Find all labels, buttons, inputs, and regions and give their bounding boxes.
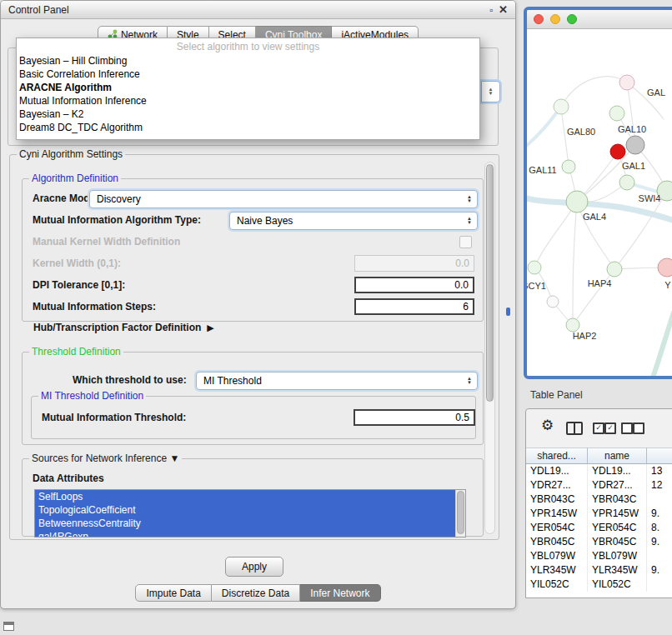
table-row[interactable]: YIL052CYIL052C [526,578,672,592]
float-window-icon[interactable]: ▫ [489,5,493,15]
table-cell[interactable]: YIL052C [526,578,588,592]
aracne-mode-combo[interactable]: Discovery ▲▼ [89,190,478,208]
data-attribute-item[interactable]: SelfLoops [35,490,455,503]
dpi-tolerance-field[interactable]: 0.0 [354,277,474,293]
close-traffic-light[interactable] [534,14,544,24]
tab-infer-network[interactable]: Infer Network [300,584,380,602]
table-cell[interactable]: YBL079W [526,549,588,563]
network-node[interactable] [626,136,644,154]
table-cell[interactable]: YLR345W [588,563,647,578]
table-cell[interactable]: YBR045C [588,535,647,549]
manual-kernel-checkbox[interactable] [459,236,472,248]
table-cell[interactable]: YER054C [588,521,647,535]
network-node[interactable] [562,160,575,173]
close-window-icon[interactable]: ✕ [499,3,508,16]
table-row[interactable]: YBR043CYBR043C [526,492,672,507]
network-edge[interactable] [561,107,569,167]
column-header-extra[interactable] [647,448,672,464]
network-node[interactable] [619,75,634,90]
network-node[interactable] [547,296,559,308]
algorithm-option[interactable]: Bayesian – K2 [17,108,479,121]
settings-scrollbar-thumb[interactable] [486,164,494,402]
table-row[interactable]: YBR045CYBR045C9. [526,535,672,549]
table-cell[interactable]: 9. [647,563,672,578]
table-cell[interactable]: YDR27... [526,478,588,492]
select-all-icon[interactable]: ✓ [593,422,604,434]
algorithm-option[interactable]: Dream8 DC_TDC Algorithm [17,121,479,134]
network-edge[interactable] [577,145,635,202]
column-header-name[interactable]: name [588,448,647,464]
table-cell[interactable]: YER054C [526,521,588,535]
minimize-traffic-light[interactable] [550,14,560,24]
network-node[interactable] [566,318,579,332]
mi-type-combo[interactable]: Naive Bayes ▲▼ [229,212,478,230]
table-cell[interactable] [647,492,672,507]
network-window-titlebar[interactable] [527,10,672,29]
split-pane-handle[interactable] [506,308,510,316]
apply-button[interactable]: Apply [225,557,283,577]
tab-discretize-data[interactable]: Discretize Data [212,584,300,602]
network-node[interactable] [658,258,672,277]
network-node[interactable] [528,261,541,274]
table-cell[interactable]: 9. [647,507,672,521]
column-selector-icon[interactable] [566,422,583,435]
hub-definition-toggle[interactable]: Hub/Transcription Factor Definition ▶ [33,322,214,333]
algorithm-option[interactable]: ARACNE Algorithm [17,81,479,94]
table-cell[interactable]: 12 [647,478,672,492]
mi-threshold-field[interactable]: 0.5 [354,409,475,426]
settings-scrollbar[interactable] [484,162,495,534]
gear-icon[interactable]: ⚙ [541,418,554,432]
table-cell[interactable] [647,578,672,592]
data-attribute-item[interactable]: gal4RGexp [35,530,455,538]
table-cell[interactable]: YBR045C [526,535,588,549]
network-node[interactable] [619,175,634,190]
column-header-shared[interactable]: shared... [526,448,588,464]
table-cell[interactable] [647,549,672,563]
table-cell[interactable]: YLR345W [526,563,588,578]
list-scrollbar[interactable] [455,490,465,537]
algorithm-option[interactable]: Mutual Information Inference [17,94,479,108]
table-cell[interactable]: YDR27... [588,478,647,492]
table-cell[interactable]: YPR145W [526,507,588,521]
select-all-icon-2[interactable]: ✓ [604,422,616,434]
table-cell[interactable]: YBL079W [588,549,647,563]
network-node[interactable] [610,144,625,159]
zoom-traffic-light[interactable] [567,14,577,24]
table-row[interactable]: YDR27...YDR27...12 [526,478,672,492]
table-row[interactable]: YER054CYER054C8. [526,521,672,535]
network-graph[interactable]: GALGAL80GAL10GAL11GAL1SWI4GAL4GCY1HAP4HA… [527,29,672,379]
network-edge[interactable] [652,312,672,379]
network-edge[interactable] [561,77,627,107]
list-scrollbar-thumb[interactable] [457,491,464,534]
table-cell[interactable]: YDL19... [588,464,647,478]
control-panel-titlebar[interactable]: Control Panel ▫ ✕ [1,1,515,19]
table-cell[interactable]: 8. [647,521,672,535]
network-edge[interactable] [573,202,577,325]
algorithm-option[interactable]: Bayesian – Hill Climbing [17,54,479,68]
network-edge[interactable] [527,107,561,151]
network-node[interactable] [566,191,588,212]
table-cell[interactable]: 13 [647,464,672,478]
network-edge[interactable] [534,202,577,268]
sources-group-title[interactable]: Sources for Network Inference ▼ [29,452,182,465]
table-row[interactable]: YPR145WYPR145W9. [526,507,672,521]
unselect-all-icon-2[interactable] [633,422,644,434]
table-row[interactable]: YBL079WYBL079W [526,549,672,563]
network-node[interactable] [554,99,569,114]
table-row[interactable]: YDL19...YDL19...13 [526,464,672,478]
table-cell[interactable]: YPR145W [588,507,647,521]
which-threshold-combo[interactable]: MI Threshold ▲▼ [196,372,478,390]
data-attributes-list[interactable]: SelfLoopsTopologicalCoefficientBetweenne… [34,489,466,538]
table-cell[interactable]: 9. [647,535,672,549]
kernel-width-field[interactable]: 0.0 [354,255,474,272]
algorithm-combo-arrow[interactable]: ▲ ▼ [481,81,500,102]
table-row[interactable]: YLR345WYLR345W9. [526,563,672,578]
algorithm-option[interactable]: Basic Correlation Inference [17,68,479,81]
table-cell[interactable]: YIL052C [588,578,647,592]
network-node[interactable] [609,106,624,121]
unselect-all-icon[interactable] [621,422,633,434]
minimized-window-icon[interactable] [3,622,14,631]
data-attribute-item[interactable]: BetweennessCentrality [35,517,455,530]
table-cell[interactable]: YDL19... [526,464,588,478]
data-attribute-item[interactable]: TopologicalCoefficient [35,503,455,517]
